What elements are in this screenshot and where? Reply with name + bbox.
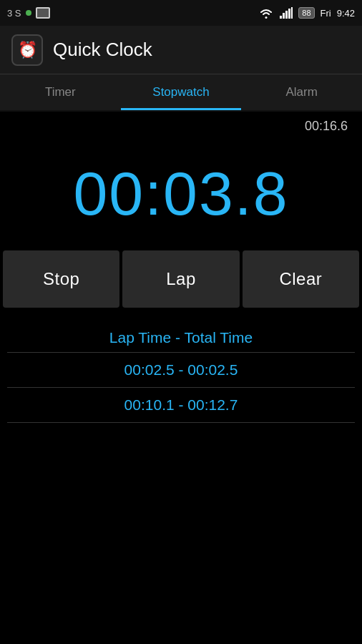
image-icon [36, 7, 50, 19]
tab-timer-label: Timer [45, 85, 76, 99]
status-time: 9:42 [337, 8, 355, 19]
tab-stopwatch[interactable]: Stopwatch [121, 74, 242, 110]
svg-rect-1 [283, 13, 285, 19]
lap-header: Lap Time - Total Time [7, 322, 355, 352]
status-day: Fri [321, 8, 331, 19]
battery-badge: 88 [298, 7, 314, 19]
lap-row-1: 00:02.5 - 00:02.5 [7, 353, 355, 388]
app-header: ⏰ Quick Clock [0, 26, 362, 74]
tab-alarm-label: Alarm [285, 85, 317, 99]
main-content: 00:16.6 00:03.8 Stop Lap Clear Lap Time … [0, 112, 362, 423]
status-left: 3 S [7, 7, 50, 19]
primary-time-display: 00:03.8 [0, 137, 362, 250]
tab-stopwatch-label: Stopwatch [152, 85, 209, 99]
app-logo: ⏰ [11, 34, 43, 66]
tab-alarm[interactable]: Alarm [241, 74, 362, 110]
stop-button[interactable]: Stop [3, 250, 119, 308]
status-dot [26, 10, 31, 16]
status-signal-text: 3 S [7, 8, 21, 19]
app-title: Quick Clock [53, 39, 152, 61]
lap-section: Lap Time - Total Time 00:02.5 - 00:02.5 … [0, 322, 362, 423]
secondary-time-display: 00:16.6 [0, 112, 362, 137]
status-bar: 3 S 88 Fri 9:42 [0, 0, 362, 26]
clear-button[interactable]: Clear [243, 250, 359, 308]
wifi-icon [258, 7, 274, 19]
buttons-row: Stop Lap Clear [0, 250, 362, 308]
svg-rect-0 [280, 16, 282, 19]
tab-bar: Timer Stopwatch Alarm [0, 74, 362, 112]
svg-rect-4 [291, 7, 293, 19]
lap-row-2: 00:10.1 - 00:12.7 [7, 388, 355, 423]
tab-timer[interactable]: Timer [0, 74, 121, 110]
signal-icon [280, 7, 293, 19]
svg-rect-2 [285, 11, 288, 19]
logo-icon: ⏰ [18, 41, 37, 59]
lap-button[interactable]: Lap [122, 250, 239, 308]
status-right: 88 Fri 9:42 [258, 7, 355, 19]
svg-rect-3 [288, 9, 290, 19]
